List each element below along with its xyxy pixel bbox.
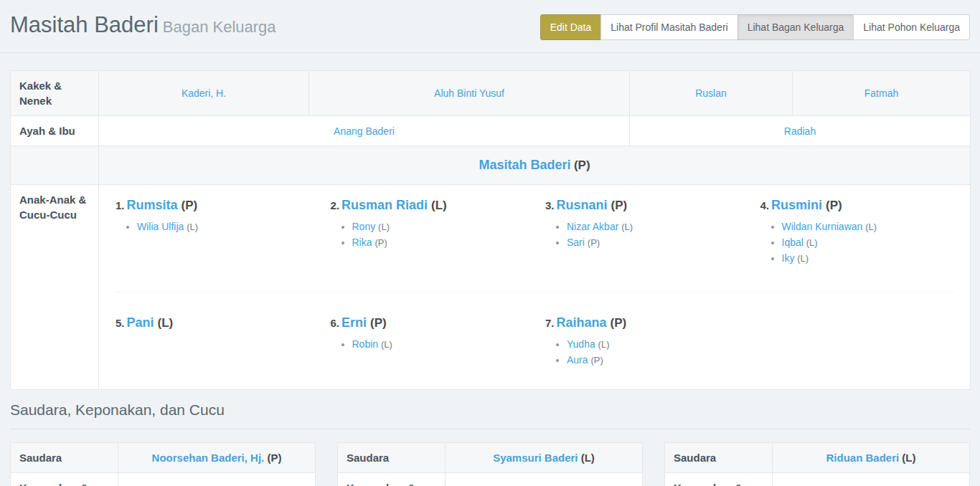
grandparent-cell: Aluh Binti Yusuf [309, 71, 630, 116]
grandparent-link[interactable]: Aluh Binti Yusuf [434, 87, 504, 99]
gender-tag: (L) [598, 339, 610, 350]
child-block: 5.Pani (L) [105, 315, 320, 369]
person-link[interactable]: Masitah Baderi [479, 158, 570, 172]
grandparent-link[interactable]: Kaderi, H. [182, 87, 226, 99]
grandchild-link[interactable]: Aura [567, 354, 588, 366]
child-number: 6. [331, 317, 340, 329]
grandchild-item: Yudha (L) [567, 338, 739, 351]
parents-row: Ayah & Ibu Anang Baderi Radiah [11, 116, 971, 146]
gender-tag: (P) [826, 199, 842, 212]
gender-tag: (P) [182, 199, 198, 212]
nephews-cell: 1Muna Makmun (P)Nafies Luthfi (L) [118, 473, 316, 486]
nephews-row: Keponakan & Cucu-Cucu 1Zuraida (P)Andika… [665, 473, 970, 486]
sibling-name-row: Saudara Riduan Baderi (L) [665, 443, 970, 473]
gender-tag: (L) [621, 221, 633, 232]
sibling-name-cell: Noorsehan Baderi, Hj. (P) [118, 443, 316, 473]
parent-link[interactable]: Radiah [784, 125, 816, 137]
child-number: 1. [116, 199, 125, 211]
grandchild-link[interactable]: Nizar Akbar [567, 221, 618, 232]
grandparent-link[interactable]: Fatmah [864, 87, 898, 99]
child-block: 6.Erni (P) Robin (L) [320, 315, 535, 369]
row-label-parents: Ayah & Ibu [11, 116, 99, 146]
grandchild-link[interactable]: Iky [782, 252, 795, 264]
nephews-row: Keponakan & Cucu-Cucu 1Rifna Idiar (L)Sa… [338, 473, 643, 486]
gender-tag: (L) [806, 237, 818, 248]
grandchildren-list: Robin (L) [331, 338, 524, 351]
child-heading: 1.Rumsita (P) [116, 198, 309, 213]
view-profile-button[interactable]: Lihat Profil Masitah Baderi [600, 14, 738, 40]
person-row: Masitah Baderi (P) [11, 146, 971, 185]
gender-tag: (L) [381, 339, 392, 350]
grandchild-link[interactable]: Sari [567, 237, 585, 248]
grandchild-item: Nizar Akbar (L) [567, 220, 739, 234]
view-chart-button[interactable]: Lihat Bagan Keluarga [738, 14, 854, 40]
child-number: 3. [545, 199, 555, 211]
gender-tag: (L) [797, 253, 809, 264]
sibling-link[interactable]: Riduan Baderi [826, 452, 899, 464]
gender-tag: (P) [611, 199, 628, 212]
nephews-row: Keponakan & Cucu-Cucu 1Muna Makmun (P)Na… [11, 473, 316, 486]
row-label-nephews: Keponakan & Cucu-Cucu [11, 473, 118, 486]
sibling-table: Saudara Riduan Baderi (L) Keponakan & Cu… [664, 442, 970, 486]
view-toolbar: Edit Data Lihat Profil Masitah Baderi Li… [540, 14, 970, 40]
page-header: Masitah BaderiBagan Keluarga Edit Data L… [0, 0, 980, 53]
grandchildren-list: Rony (L)Rika (P) [331, 220, 524, 249]
row-label-grandparents: Kakek & Nenek [11, 71, 99, 116]
sibling-link[interactable]: Noorsehan Baderi, Hj. [152, 452, 265, 464]
child-link[interactable]: Raihana [557, 315, 607, 330]
children-grid: 1.Rumsita (P) Wilia Ulfija (L) 2.Rusman … [105, 191, 964, 383]
grandchild-link[interactable]: Yudha [567, 338, 595, 350]
grandchild-item: Sari (P) [567, 236, 739, 249]
child-number: 7. [545, 317, 555, 329]
gender-tag: (L) [378, 221, 390, 232]
grandchild-item: Aura (P) [567, 353, 739, 367]
gender-tag: (P) [611, 316, 627, 330]
sibling-name-row: Saudara Syamsuri Baderi (L) [338, 443, 643, 473]
grandchild-item: Wildan Kurniawan (L) [782, 220, 954, 234]
siblings-section-heading: Saudara, Keponakan, dan Cucu [10, 401, 970, 429]
sibling-name-cell: Riduan Baderi (L) [773, 443, 970, 473]
gender-tag: (P) [370, 316, 387, 330]
sibling-table-wrap: Saudara Noorsehan Baderi, Hj. (P) Kepona… [10, 442, 316, 486]
parent-link[interactable]: Anang Baderi [334, 125, 395, 137]
parent-cell: Anang Baderi [99, 116, 630, 146]
section-divider [10, 429, 970, 429]
row-label-sibling: Saudara [665, 443, 773, 473]
grandchild-link[interactable]: Robin [352, 338, 379, 350]
row-label-sibling: Saudara [338, 443, 446, 473]
family-chart-table: Kakek & Nenek Kaderi, H. Aluh Binti Yusu… [10, 70, 971, 390]
grandchild-link[interactable]: Rony [352, 221, 376, 232]
grandchild-item: Rony (L) [352, 220, 524, 234]
sibling-link[interactable]: Syamsuri Baderi [493, 452, 578, 464]
grandchild-link[interactable]: Wildan Kurniawan [782, 221, 863, 232]
grandparents-row: Kakek & Nenek Kaderi, H. Aluh Binti Yusu… [11, 71, 971, 116]
child-link[interactable]: Rusnani [557, 198, 608, 212]
view-tree-button[interactable]: Lihat Pohon Keluarga [853, 14, 970, 40]
children-row: Anak-Anak & Cucu-Cucu 1.Rumsita (P) Wili… [11, 185, 971, 390]
child-link[interactable]: Rusman Riadi [341, 198, 428, 212]
grandchild-link[interactable]: Rika [352, 237, 372, 248]
grandchild-link[interactable]: Wilia Ulfija [137, 221, 184, 232]
sibling-table: Saudara Syamsuri Baderi (L) Keponakan & … [337, 442, 643, 486]
grandchild-link[interactable]: Iqbal [782, 237, 804, 248]
child-link[interactable]: Pani [127, 315, 154, 330]
child-link[interactable]: Rumsita [127, 198, 178, 212]
child-block: 3.Rusnani (P) Nizar Akbar (L)Sari (P) [534, 198, 750, 267]
child-link[interactable]: Rusmini [771, 198, 822, 212]
child-number: 2. [331, 199, 340, 211]
child-link[interactable]: Erni [341, 315, 367, 330]
row-label-sibling: Saudara [11, 443, 118, 473]
gender-tag: (L) [865, 221, 877, 232]
edit-data-button[interactable]: Edit Data [540, 14, 602, 40]
sibling-table-wrap: Saudara Syamsuri Baderi (L) Keponakan & … [337, 442, 643, 486]
main-content: Kakek & Nenek Kaderi, H. Aluh Binti Yusu… [0, 70, 980, 486]
row-label-children: Anak-Anak & Cucu-Cucu [11, 185, 99, 390]
child-heading: 2.Rusman Riadi (L) [331, 198, 524, 213]
child-number: 5. [116, 317, 125, 329]
gender-tag: (P) [374, 237, 387, 248]
grandchild-item: Wilia Ulfija (L) [137, 220, 309, 234]
gender-tag: (P) [588, 237, 600, 248]
grandparent-link[interactable]: Ruslan [695, 87, 727, 99]
gender-tag: (P) [267, 452, 281, 464]
child-heading: 3.Rusnani (P) [545, 198, 739, 213]
